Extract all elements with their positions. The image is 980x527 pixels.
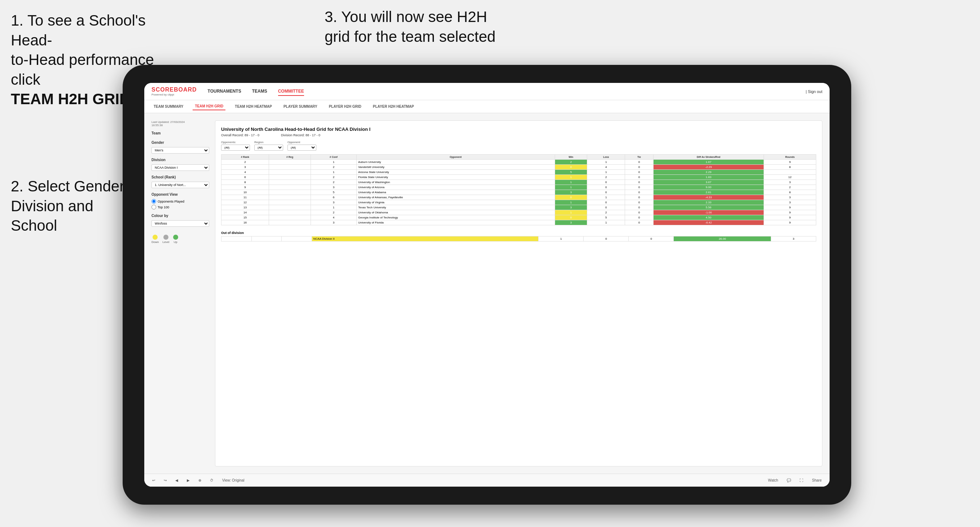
table-row: 6 2 Florida State University 1 2 0 1.83 … (221, 175, 816, 180)
gender-select[interactable]: Men's (151, 147, 209, 154)
opponents-filter-select[interactable]: (All) (221, 144, 250, 151)
col-rank: # Rank (221, 155, 269, 160)
out-div-diff: 26.00 (674, 237, 771, 241)
forward-button[interactable]: ▶ (185, 478, 192, 483)
sub-nav-player-summary[interactable]: PLAYER SUMMARY (282, 103, 320, 110)
col-reg: # Reg (269, 155, 311, 160)
division-section: Division NCAA Division I (151, 158, 209, 171)
col-loss: Loss (587, 155, 625, 160)
filter-row: Opponents: (All) Region (All) Opponent (221, 141, 816, 151)
bottom-toolbar: ↩ ↪ ◀ ▶ ⊕ ⏱ View: Original Watch 💬 ⛶ Sha… (144, 474, 830, 487)
radio-top100[interactable]: Top 100 (151, 205, 209, 210)
table-row: 9 3 University of Arizona 1 0 0 9.00 2 (221, 185, 816, 190)
gender-section: Gender Men's (151, 141, 209, 154)
school-select[interactable]: 1. University of Nort... (151, 182, 209, 188)
col-diff: Diff Av Strokes/Rnd (653, 155, 764, 160)
legend-up-dot (173, 235, 178, 240)
left-panel: Last Updated: 27/03/2024 16:55:38 Team G… (151, 121, 209, 467)
col-conf: # Conf (310, 155, 356, 160)
radio-opponents-played[interactable]: Opponents Played (151, 199, 209, 204)
table-row: 8 2 University of Washington 1 0 0 3.67 … (221, 180, 816, 185)
watch-button[interactable]: Watch (766, 478, 780, 483)
table-row: 4 1 Arizona State University 5 1 0 2.29 (221, 170, 816, 175)
share-button[interactable]: Share (810, 478, 824, 483)
colour-section: Colour by Win/loss (151, 214, 209, 227)
sub-nav-player-h2h-grid[interactable]: PLAYER H2H GRID (327, 103, 364, 110)
opponent-view-section: Opponent View Opponents Played Top 100 (151, 192, 209, 210)
grid-panel: University of North Carolina Head-to-Hea… (215, 121, 822, 467)
undo-button[interactable]: ↩ (150, 478, 157, 483)
table-row: 14 2 University of Oklahoma 1 2 0 -1.00 … (221, 210, 816, 215)
logo-board: BOARD (174, 87, 197, 93)
timer-button[interactable]: ⏱ (208, 478, 216, 483)
table-row: 11 6 University of Arkansas, Fayettevill… (221, 195, 816, 200)
redo-button[interactable]: ↪ (162, 478, 169, 483)
sub-nav-player-h2h-heatmap[interactable]: PLAYER H2H HEATMAP (371, 103, 416, 110)
col-tie: Tie (625, 155, 653, 160)
out-div-win: 1 (539, 237, 584, 241)
table-row: 2 1 Auburn University 2 1 0 1.67 9 (221, 160, 816, 165)
table-row: 3 2 Vanderbilt University 0 4 0 -2.29 8 (221, 165, 816, 170)
nav-tournaments[interactable]: TOURNAMENTS (208, 87, 241, 96)
filter-opponent: Opponent (All) (288, 141, 316, 151)
col-win: Win (555, 155, 587, 160)
nav-committee[interactable]: COMMITTEE (278, 87, 304, 96)
nav-teams[interactable]: TEAMS (252, 87, 267, 96)
nav-links: TOURNAMENTS TEAMS COMMITTEE (208, 87, 806, 96)
sub-nav-team-h2h-heatmap[interactable]: TEAM H2H HEATMAP (233, 103, 274, 110)
division-select[interactable]: NCAA Division I (151, 164, 209, 171)
legend-down-dot (153, 235, 158, 240)
table-row: 15 4 Georgia Institute of Technology 0 5… (221, 215, 816, 220)
present-button[interactable]: ⛶ (797, 478, 805, 483)
table-row: 13 1 Texas Tech University 3 0 0 5.56 9 (221, 205, 816, 210)
comment-button[interactable]: 💬 (784, 478, 793, 483)
out-of-division: Out of division NCAA Division II 1 0 0 2… (221, 231, 816, 241)
logo-score: SCORE (151, 87, 174, 93)
grid-title: University of North Carolina Head-to-Hea… (221, 127, 816, 132)
out-div-rounds: 3 (771, 237, 816, 241)
legend-down: Down (151, 235, 159, 244)
sub-nav-team-summary[interactable]: TEAM SUMMARY (151, 103, 185, 110)
opponent-view-radios: Opponents Played Top 100 (151, 199, 209, 210)
col-rounds: Rounds (764, 155, 816, 160)
h2h-table: # Rank # Reg # Conf Opponent Win Loss Ti… (221, 154, 816, 225)
col-opponent: Opponent (357, 155, 555, 160)
sub-nav-team-h2h-grid[interactable]: TEAM H2H GRID (192, 103, 226, 110)
table-row: 10 5 University of Alabama 3 0 0 2.61 8 (221, 190, 816, 195)
sign-out-button[interactable]: | Sign out (806, 89, 822, 94)
legend-level: Level (162, 235, 169, 244)
table-row: 12 3 University of Virginia 1 0 0 2.33 3 (221, 200, 816, 205)
team-section: Team (151, 131, 209, 136)
annotation-3: 3. You will now see H2H grid for the tea… (325, 7, 548, 46)
logo: SCOREBOARD Powered by clippi (151, 87, 197, 96)
nav-bar: SCOREBOARD Powered by clippi TOURNAMENTS… (144, 83, 830, 100)
out-div-tie: 0 (629, 237, 674, 241)
sub-nav: TEAM SUMMARY TEAM H2H GRID TEAM H2H HEAT… (144, 100, 830, 113)
color-legend: Down Level Up (151, 235, 209, 244)
logo-tagline: Powered by clippi (151, 93, 197, 96)
view-label[interactable]: View: Original (220, 478, 247, 483)
zoom-button[interactable]: ⊕ (196, 478, 204, 483)
filter-region: Region (All) (254, 141, 283, 151)
grid-records: Overall Record: 89 - 17 - 0 Division Rec… (221, 133, 816, 137)
opponent-filter-select[interactable]: (All) (288, 144, 316, 151)
school-section: School (Rank) 1. University of Nort... (151, 175, 209, 188)
main-content: Last Updated: 27/03/2024 16:55:38 Team G… (144, 113, 830, 474)
last-updated: Last Updated: 27/03/2024 16:55:38 (151, 121, 209, 127)
out-div-name: NCAA Division II (312, 237, 539, 241)
table-row: 16 3 University of Florida 3 1 0 -6.42 9 (221, 220, 816, 225)
legend-level-dot (163, 235, 169, 240)
tablet-screen: SCOREBOARD Powered by clippi TOURNAMENTS… (144, 83, 830, 487)
region-filter-select[interactable]: (All) (254, 144, 283, 151)
legend-up: Up (173, 235, 178, 244)
out-of-division-row: NCAA Division II 1 0 0 26.00 3 (221, 237, 816, 241)
back-button[interactable]: ◀ (173, 478, 180, 483)
filter-opponents: Opponents: (All) (221, 141, 250, 151)
out-of-division-table: NCAA Division II 1 0 0 26.00 3 (221, 236, 816, 241)
out-div-loss: 0 (584, 237, 629, 241)
tablet-device: SCOREBOARD Powered by clippi TOURNAMENTS… (123, 65, 851, 505)
colour-select[interactable]: Win/loss (151, 220, 209, 227)
